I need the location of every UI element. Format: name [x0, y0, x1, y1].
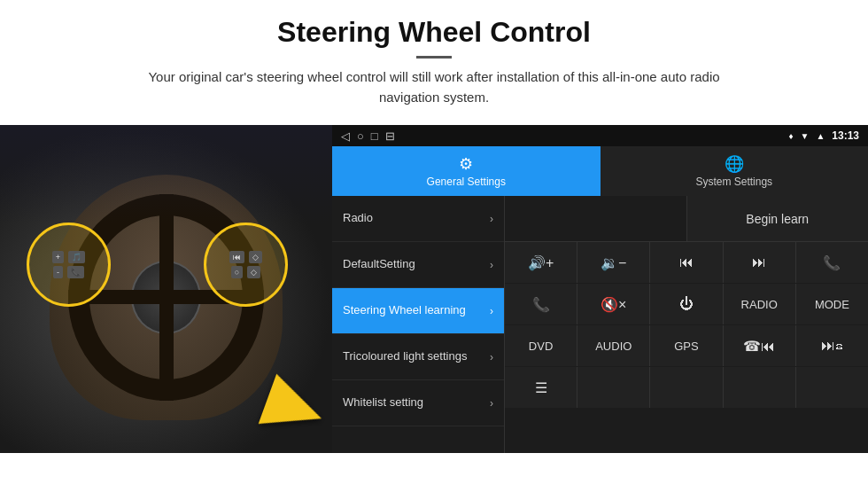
dvd-label: DVD — [529, 340, 553, 353]
settings-icon: ⚙ — [459, 154, 473, 174]
empty-btn-3 — [650, 367, 722, 408]
system-icon: 🌐 — [725, 154, 744, 174]
status-indicators: ♦ ▼ ▲ 13:13 — [788, 129, 859, 142]
mute-icon: 🔇× — [601, 296, 626, 313]
divider — [416, 56, 452, 59]
dvd-button[interactable]: DVD — [505, 325, 577, 366]
skip-next-button[interactable]: ⏭☎ — [796, 325, 868, 366]
chevron-icon-whitelist: › — [490, 397, 493, 410]
time-display: 13:13 — [832, 129, 859, 142]
vol-down-button[interactable]: 🔉− — [577, 242, 649, 283]
phone-button[interactable]: 📞 — [796, 242, 868, 283]
begin-learn-button[interactable]: Begin learn — [687, 196, 869, 241]
call-icon: 📞 — [532, 296, 550, 313]
empty-btn-4 — [724, 367, 795, 408]
power-icon: ⏻ — [679, 296, 694, 312]
tab-general[interactable]: ⚙ General Settings — [332, 146, 601, 196]
menu-item-steering[interactable]: Steering Wheel learning › — [332, 288, 504, 334]
page-title: Steering Wheel Control — [53, 16, 815, 49]
vol-up-button[interactable]: 🔊+ — [505, 242, 577, 283]
tab-system[interactable]: 🌐 System Settings — [601, 146, 869, 196]
playlist-button[interactable]: ☰ — [505, 367, 577, 408]
phone-prev-button[interactable]: ☎⏮ — [724, 325, 795, 366]
menu-area: Radio › DefaultSetting › Steering Wheel … — [332, 196, 868, 453]
menu-item-tricoloured[interactable]: Tricoloured light settings › — [332, 334, 504, 380]
gps-button[interactable]: GPS — [650, 325, 722, 366]
power-button[interactable]: ⏻ — [650, 284, 722, 324]
mode-button[interactable]: MODE — [796, 284, 868, 324]
empty-box — [505, 196, 687, 241]
status-bar: ◁ ○ □ ⊟ ♦ ▼ ▲ 13:13 — [332, 125, 868, 146]
menu-whitelist-label: Whitelist setting — [343, 395, 423, 410]
menu-item-default[interactable]: DefaultSetting › — [332, 242, 504, 288]
menu-icon[interactable]: ⊟ — [385, 129, 395, 143]
phone-icon: 📞 — [823, 254, 841, 271]
skip-next-icon: ⏭☎ — [821, 338, 842, 354]
next-icon: ⏭ — [752, 254, 766, 270]
prev-track-button[interactable]: ⏮ — [650, 242, 722, 283]
wifi-icon: ▲ — [816, 131, 825, 141]
empty-btn-2 — [577, 367, 649, 408]
prev-icon: ⏮ — [679, 254, 694, 270]
tab-bar: ⚙ General Settings 🌐 System Settings — [332, 146, 868, 196]
android-panel: ◁ ○ □ ⊟ ♦ ▼ ▲ 13:13 ⚙ General Settings 🌐… — [332, 125, 868, 453]
menu-item-radio[interactable]: Radio › — [332, 196, 504, 242]
chevron-icon-default: › — [490, 259, 493, 271]
radio-button[interactable]: RADIO — [724, 284, 795, 324]
call-button[interactable]: 📞 — [505, 284, 577, 324]
tab-system-label: System Settings — [695, 176, 772, 188]
playlist-icon: ☰ — [535, 379, 547, 396]
vol-up-icon: 🔊+ — [528, 254, 554, 271]
next-track-button[interactable]: ⏭ — [724, 242, 795, 283]
right-button-indicator: ⏮ ◇ ○ ◇ — [204, 223, 288, 307]
audio-button[interactable]: AUDIO — [577, 325, 649, 366]
control-area: Begin learn 🔊+ 🔉− ⏮ ⏭ — [505, 196, 868, 453]
back-icon[interactable]: ◁ — [341, 129, 350, 143]
page-description: Your original car's steering wheel contr… — [124, 67, 744, 107]
menu-radio-label: Radio — [343, 211, 373, 226]
menu-item-whitelist[interactable]: Whitelist setting › — [332, 380, 504, 426]
mode-label: MODE — [815, 298, 849, 311]
menu-tricoloured-label: Tricoloured light settings — [343, 349, 467, 364]
recent-icon[interactable]: □ — [371, 129, 378, 143]
location-icon: ♦ — [788, 131, 793, 141]
menu-steering-label: Steering Wheel learning — [343, 303, 466, 318]
main-content: + 🎵 - 📞 ⏮ ◇ ○ — [0, 125, 868, 453]
steering-wheel-image: + 🎵 - 📞 ⏮ ◇ ○ — [0, 125, 332, 453]
audio-label: AUDIO — [595, 340, 632, 353]
menu-default-label: DefaultSetting — [343, 257, 415, 272]
menu-list: Radio › DefaultSetting › Steering Wheel … — [332, 196, 505, 453]
vol-down-icon: 🔉− — [601, 254, 626, 271]
tab-general-label: General Settings — [427, 176, 506, 188]
nav-icons: ◁ ○ □ ⊟ — [341, 129, 395, 143]
empty-btn-5 — [796, 367, 868, 408]
radio-label: RADIO — [741, 298, 778, 311]
mute-button[interactable]: 🔇× — [577, 284, 649, 324]
chevron-icon-steering: › — [490, 305, 493, 317]
chevron-icon-radio: › — [490, 213, 493, 225]
chevron-icon-tricoloured: › — [490, 351, 493, 363]
arrow-indicator — [266, 382, 323, 435]
phone-prev-icon: ☎⏮ — [743, 338, 775, 355]
left-button-indicator: + 🎵 - 📞 — [27, 223, 111, 307]
top-row: Begin learn — [505, 196, 868, 242]
home-icon[interactable]: ○ — [357, 129, 364, 143]
gps-label: GPS — [674, 340, 698, 353]
signal-icon: ▼ — [800, 131, 809, 141]
page-header: Steering Wheel Control Your original car… — [0, 0, 868, 116]
